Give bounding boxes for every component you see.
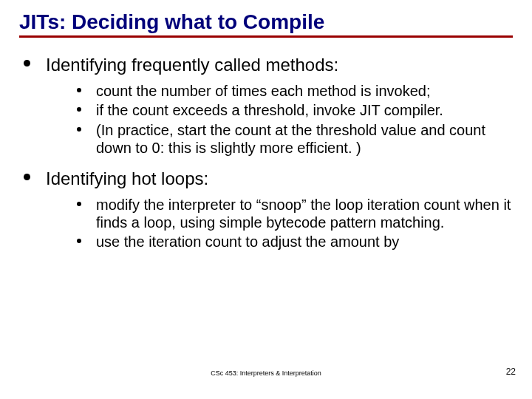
item-text: if the count exceeds a threshold, invoke… <box>96 102 443 118</box>
list-item: count the number of times each method is… <box>71 82 513 100</box>
list-item: (In practice, start the count at the thr… <box>71 121 513 157</box>
section-2: Identifying hot loops: modify the interp… <box>19 168 513 251</box>
section-1-items: count the number of times each method is… <box>46 82 513 157</box>
section-2-heading: Identifying hot loops: <box>46 168 513 190</box>
item-text: count the number of times each method is… <box>96 83 430 99</box>
bullet-icon <box>24 60 30 66</box>
list-item: if the count exceeds a threshold, invoke… <box>71 101 513 119</box>
item-text: modify the interpreter to “snoop” the lo… <box>96 197 511 231</box>
list-item: modify the interpreter to “snoop” the lo… <box>71 196 513 232</box>
page-number: 22 <box>506 366 516 377</box>
section-2-items: modify the interpreter to “snoop” the lo… <box>46 196 513 251</box>
item-text: use the iteration count to adjust the am… <box>96 233 399 250</box>
bullet-icon <box>77 107 81 112</box>
section-1-heading: Identifying frequently called methods: <box>46 54 513 76</box>
title-underline <box>19 35 513 38</box>
section-1: Identifying frequently called methods: c… <box>19 54 513 157</box>
bullet-icon <box>77 127 81 132</box>
item-text: (In practice, start the count at the thr… <box>96 122 485 156</box>
bullet-icon <box>77 202 81 206</box>
list-item: use the iteration count to adjust the am… <box>71 233 513 250</box>
bullet-icon <box>77 239 81 243</box>
slide-title: JITs: Deciding what to Compile <box>19 10 513 34</box>
bullet-icon <box>77 88 81 92</box>
content-list: Identifying frequently called methods: c… <box>19 54 513 251</box>
bullet-icon <box>24 174 30 180</box>
footer-text: CSc 453: Interpreters & Interpretation <box>0 369 532 377</box>
